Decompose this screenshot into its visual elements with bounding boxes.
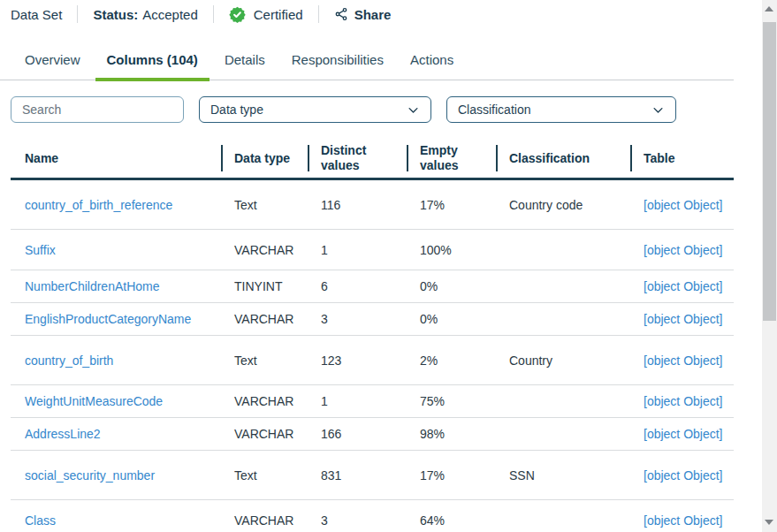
column-name-link[interactable]: social_security_number: [25, 468, 155, 483]
filter-bar: Data type Classification: [11, 96, 777, 123]
source-table-link[interactable]: [object Object]: [644, 513, 723, 528]
cell-distinct-values: 3: [308, 312, 407, 326]
vertical-scrollbar[interactable]: [762, 0, 777, 532]
classification-dropdown[interactable]: Classification: [446, 96, 676, 123]
cell-empty-values: 75%: [407, 394, 496, 408]
tab-label: Actions: [410, 52, 453, 67]
cell-distinct-values: 166: [308, 427, 407, 441]
source-table-link[interactable]: [object Object]: [644, 394, 723, 408]
scroll-up-arrow-icon[interactable]: [765, 6, 773, 11]
column-header-name: Name: [11, 139, 221, 178]
table-header-row: Name Data type Distinct values Empty val…: [11, 139, 734, 180]
share-label: Share: [354, 7, 392, 22]
scrollbar-thumb[interactable]: [763, 22, 776, 321]
column-name-link[interactable]: Suffix: [25, 243, 56, 257]
table-row: country_of_birth Text 123 2% Country [ob…: [11, 336, 734, 385]
cell-data-type: VARCHAR: [221, 312, 308, 326]
tab[interactable]: Actions: [399, 40, 465, 80]
table-row: country_of_birth_reference Text 116 17% …: [11, 180, 734, 230]
tab-label: Overview: [25, 52, 80, 67]
cell-classification: Country: [496, 353, 630, 368]
source-table-link[interactable]: [object Object]: [644, 198, 723, 212]
table-row: Suffix VARCHAR 1 100% [object Object]: [11, 230, 734, 270]
scroll-down-arrow-icon[interactable]: [765, 520, 773, 525]
column-header-distinct-values: Distinct values: [308, 139, 407, 178]
status-value: Accepted: [142, 7, 198, 22]
tab-label: Columns (104): [107, 52, 198, 67]
cell-data-type: Text: [221, 198, 308, 212]
source-table-link[interactable]: [object Object]: [644, 353, 723, 368]
search-input[interactable]: [11, 96, 184, 123]
certified-badge: Certified: [229, 6, 303, 23]
cell-empty-values: 64%: [407, 513, 496, 528]
column-name-link[interactable]: Class: [25, 513, 56, 528]
cell-distinct-values: 123: [308, 353, 407, 368]
table-row: WeightUnitMeasureCode VARCHAR 1 75% [obj…: [11, 385, 734, 418]
divider: [213, 5, 214, 23]
certified-seal-icon: [229, 6, 246, 23]
cell-empty-values: 17%: [407, 198, 496, 212]
table-row: Class VARCHAR 3 64% [object Object]: [11, 500, 734, 532]
chevron-down-icon: [651, 103, 665, 117]
share-button[interactable]: Share: [334, 7, 392, 22]
cell-empty-values: 2%: [407, 353, 496, 368]
column-header-classification: Classification: [496, 139, 630, 178]
cell-distinct-values: 831: [308, 468, 407, 483]
source-table-link[interactable]: [object Object]: [644, 427, 723, 441]
source-table-link[interactable]: [object Object]: [644, 243, 723, 257]
tab-label: Responsibilities: [292, 52, 384, 67]
table-body: country_of_birth_reference Text 116 17% …: [11, 180, 734, 532]
column-header-table: Table: [630, 139, 734, 178]
source-table-link[interactable]: [object Object]: [644, 468, 723, 483]
certified-label: Certified: [254, 7, 303, 22]
tab[interactable]: Details: [213, 40, 277, 80]
cell-empty-values: 0%: [407, 312, 496, 326]
table-row: EnglishProductCategoryName VARCHAR 3 0% …: [11, 303, 734, 336]
source-table-link[interactable]: [object Object]: [644, 312, 723, 326]
cell-classification: SSN: [496, 468, 630, 483]
column-name-link[interactable]: country_of_birth_reference: [25, 198, 172, 212]
cell-distinct-values: 1: [308, 394, 407, 408]
cell-data-type: VARCHAR: [221, 427, 308, 441]
cell-empty-values: 98%: [407, 427, 496, 441]
divider: [77, 5, 78, 23]
cell-data-type: TINYINT: [221, 279, 308, 293]
cell-distinct-values: 1: [308, 243, 407, 257]
page-title: Data Set: [11, 7, 62, 22]
classification-dropdown-label: Classification: [458, 103, 530, 117]
table-row: social_security_number Text 831 17% SSN …: [11, 451, 734, 500]
cell-data-type: VARCHAR: [221, 394, 308, 408]
data-type-dropdown-label: Data type: [210, 103, 263, 117]
cell-data-type: VARCHAR: [221, 513, 308, 528]
source-table-link[interactable]: [object Object]: [644, 279, 723, 293]
divider: [318, 5, 319, 23]
cell-distinct-values: 6: [308, 279, 407, 293]
column-header-data-type: Data type: [221, 139, 308, 178]
cell-empty-values: 17%: [407, 468, 496, 483]
column-name-link[interactable]: NumberChildrenAtHome: [25, 279, 160, 293]
table-row: NumberChildrenAtHome TINYINT 6 0% [objec…: [11, 270, 734, 303]
status-label: Status:: [93, 7, 138, 22]
chevron-down-icon: [407, 103, 420, 117]
cell-classification: Country code: [496, 198, 630, 212]
column-header-empty-values: Empty values: [407, 139, 496, 178]
columns-table: Name Data type Distinct values Empty val…: [11, 139, 734, 532]
tab[interactable]: Columns (104): [95, 40, 209, 80]
cell-data-type: VARCHAR: [221, 243, 308, 257]
tab[interactable]: Overview: [13, 40, 92, 80]
data-type-dropdown[interactable]: Data type: [199, 96, 431, 123]
cell-empty-values: 100%: [407, 243, 496, 257]
column-name-link[interactable]: EnglishProductCategoryName: [25, 312, 191, 326]
column-name-link[interactable]: country_of_birth: [25, 353, 113, 368]
cell-data-type: Text: [221, 353, 308, 368]
cell-empty-values: 0%: [407, 279, 496, 293]
tab-label: Details: [225, 52, 265, 67]
cell-distinct-values: 3: [308, 513, 407, 528]
table-row: AddressLine2 VARCHAR 166 98% [object Obj…: [11, 418, 734, 451]
cell-data-type: Text: [221, 468, 308, 483]
tab-bar: Overview Columns (104) Details Responsib…: [0, 40, 734, 80]
column-name-link[interactable]: WeightUnitMeasureCode: [25, 394, 163, 408]
column-name-link[interactable]: AddressLine2: [25, 427, 101, 441]
tab[interactable]: Responsibilities: [280, 40, 395, 80]
share-icon: [334, 7, 348, 21]
